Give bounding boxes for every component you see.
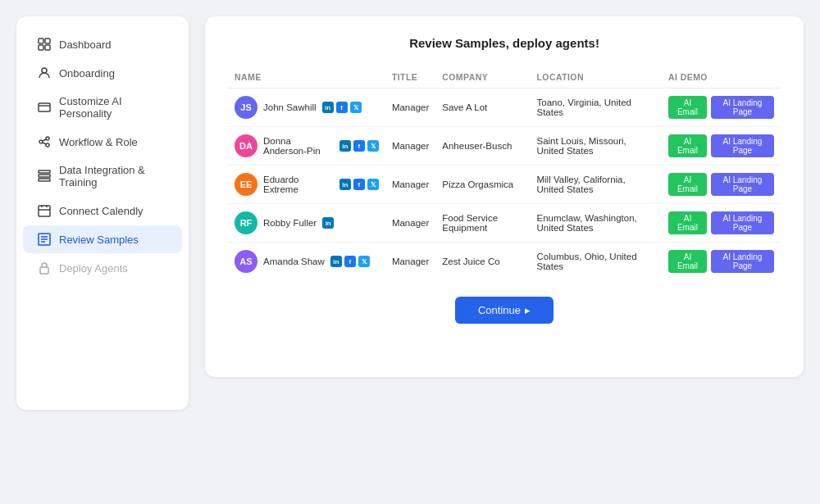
cell-ai-demo-3: AI EmailAI Landing Page [662,204,781,243]
dashboard-icon [38,38,51,51]
svg-point-9 [46,143,49,147]
twitter-icon-2[interactable]: 𝕏 [367,179,379,190]
linkedin-icon-0[interactable]: in [322,102,334,113]
svg-rect-13 [39,175,50,177]
app-layout: DashboardOnboardingCustomize AI Personal… [0,0,820,504]
person-cell-0: JSJohn Sawhillinf𝕏 [235,96,379,119]
continue-button[interactable]: Continue ▸ [455,297,554,324]
linkedin-icon-3[interactable]: in [322,217,334,229]
facebook-icon-4[interactable]: f [344,256,356,267]
ai-ai-email-btn-2[interactable]: AI Email [668,173,707,196]
sidebar-label-deploy-agents: Deploy Agents [59,262,128,275]
linkedin-icon-1[interactable]: in [339,140,351,152]
sidebar-label-review-samples: Review Samples [59,234,139,246]
person-cell-4: ASAmanda Shawinf𝕏 [235,250,379,273]
name-text-1: Donna Anderson-Pin [263,136,334,156]
ai-ai-landing-page-btn-1[interactable]: AI Landing Page [711,134,774,157]
cell-ai-demo-2: AI EmailAI Landing Page [662,166,781,204]
workflow-icon [38,135,51,148]
ai-demo-buttons-1: AI EmailAI Landing Page [668,134,774,157]
sidebar-item-customize-ai[interactable]: Customize AI Personality [23,88,182,127]
cell-company-2: Pizza Orgasmica [435,166,530,204]
name-text-3: Robby Fuller [263,218,317,228]
table-body: JSJohn Sawhillinf𝕏ManagerSave A LotToano… [228,89,781,281]
col-header-title: TITLE [385,66,435,89]
twitter-icon-4[interactable]: 𝕏 [358,256,370,267]
settings-icon [38,101,51,114]
calendar-icon [38,204,51,217]
cell-name-4: ASAmanda Shawinf𝕏 [228,243,385,281]
ai-ai-email-btn-3[interactable]: AI Email [668,211,707,234]
linkedin-icon-4[interactable]: in [330,256,342,267]
table-row: ASAmanda Shawinf𝕏ManagerZest Juice CoCol… [228,243,781,281]
social-icons-4: inf𝕏 [330,256,370,267]
name-text-0: John Sawhill [263,102,317,112]
ai-ai-email-btn-0[interactable]: AI Email [668,96,707,119]
facebook-icon-1[interactable]: f [353,140,365,152]
ai-ai-landing-page-btn-0[interactable]: AI Landing Page [711,96,774,119]
twitter-icon-1[interactable]: 𝕏 [367,140,379,152]
sidebar-item-onboarding[interactable]: Onboarding [23,59,182,87]
social-icons-1: inf𝕏 [339,140,379,152]
continue-label: Continue [478,304,521,316]
svg-rect-0 [39,39,43,43]
cell-company-1: Anheuser-Busch [435,127,530,166]
cell-location-1: Saint Louis, Missouri, United States [530,127,662,166]
person-cell-1: DADonna Anderson-Pininf𝕏 [235,134,379,157]
ai-ai-landing-page-btn-2[interactable]: AI Landing Page [711,173,774,196]
continue-btn-row: Continue ▸ [228,297,781,324]
table-row: DADonna Anderson-Pininf𝕏ManagerAnheuser-… [228,127,781,166]
ai-ai-landing-page-btn-4[interactable]: AI Landing Page [711,250,774,273]
sidebar: DashboardOnboardingCustomize AI Personal… [16,16,189,410]
table-row: EEEduardo Extremeinf𝕏ManagerPizza Orgasm… [228,166,781,204]
person-cell-2: EEEduardo Extremeinf𝕏 [235,173,379,196]
cell-title-2: Manager [385,166,435,204]
avatar-0: JS [235,96,257,119]
cell-ai-demo-4: AI EmailAI Landing Page [662,243,781,281]
sidebar-item-review-samples[interactable]: Review Samples [23,225,182,253]
ai-ai-email-btn-1[interactable]: AI Email [668,134,707,157]
facebook-icon-2[interactable]: f [353,179,365,190]
svg-rect-1 [45,39,50,43]
cell-title-3: Manager [385,204,435,243]
cell-name-0: JSJohn Sawhillinf𝕏 [228,89,385,127]
svg-rect-14 [39,179,50,181]
sidebar-item-dashboard[interactable]: Dashboard [23,30,182,58]
avatar-2: EE [235,173,257,196]
svg-rect-12 [39,170,50,173]
sidebar-item-connect-calendly[interactable]: Connect Calendly [23,197,182,225]
col-header-name: NAME [228,66,385,89]
cell-company-3: Food Service Equipment [435,204,530,243]
continue-arrow-icon: ▸ [525,304,531,316]
sidebar-item-workflow-role[interactable]: Workflow & Role [23,128,182,156]
sidebar-item-data-integration[interactable]: Data Integration & Training [23,157,182,196]
ai-ai-email-btn-4[interactable]: AI Email [668,250,707,273]
ai-demo-buttons-3: AI EmailAI Landing Page [668,211,774,234]
panel-title: Review Samples, deploy agents! [228,36,781,50]
facebook-icon-0[interactable]: f [336,102,348,113]
ai-demo-buttons-2: AI EmailAI Landing Page [668,173,774,196]
sidebar-label-onboarding: Onboarding [59,67,115,79]
person-cell-3: RFRobby Fullerin [235,211,379,234]
col-header-company: COMPANY [435,66,530,89]
twitter-icon-0[interactable]: 𝕏 [350,102,362,113]
avatar-1: DA [235,134,257,157]
lock-icon [38,261,51,275]
table-header: NAMETITLECOMPANYLOCATIONAI DEMO [228,66,781,89]
cell-location-3: Enumclaw, Washington, United States [530,204,662,243]
avatar-3: RF [235,211,257,234]
ai-ai-landing-page-btn-3[interactable]: AI Landing Page [711,211,774,234]
cell-company-0: Save A Lot [435,89,530,127]
svg-rect-3 [45,45,50,50]
svg-point-8 [46,137,49,140]
name-text-2: Eduardo Extreme [263,175,334,194]
social-icons-3: in [322,217,334,229]
sidebar-label-dashboard: Dashboard [59,39,112,51]
cell-ai-demo-0: AI EmailAI Landing Page [662,89,781,127]
social-icons-2: inf𝕏 [339,179,379,190]
svg-rect-5 [39,103,50,111]
linkedin-icon-2[interactable]: in [339,179,351,190]
table-row: JSJohn Sawhillinf𝕏ManagerSave A LotToano… [228,89,781,127]
main-panel: Review Samples, deploy agents! NAMETITLE… [205,16,804,377]
contacts-table: NAMETITLECOMPANYLOCATIONAI DEMO JSJohn S… [228,66,781,280]
